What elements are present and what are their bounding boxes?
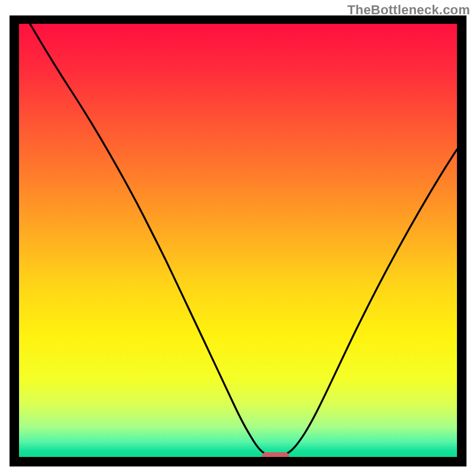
chart-canvas: TheBottleneck.com [0, 0, 476, 476]
plot-area [19, 24, 457, 457]
bottleneck-marker [262, 452, 289, 457]
bottleneck-curve [19, 24, 457, 457]
plot-frame [10, 15, 466, 466]
